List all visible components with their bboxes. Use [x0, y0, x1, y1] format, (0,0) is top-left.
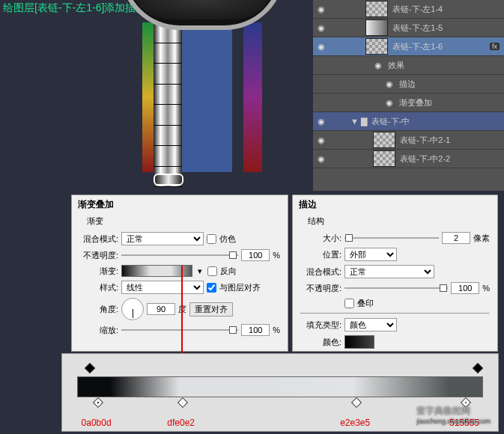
- pct-label: %: [273, 251, 280, 260]
- style-label: 样式:: [79, 282, 118, 293]
- visibility-icon[interactable]: ◉: [384, 97, 395, 108]
- layer-row[interactable]: ◉ 表链-下-中2-2: [313, 150, 504, 168]
- dialog-section-label: 结构: [293, 214, 497, 228]
- folder-icon: ▼ ▇: [350, 117, 367, 126]
- blend-mode-label: 混合模式:: [79, 233, 118, 245]
- layer-thumb: [373, 150, 395, 167]
- align-checkbox[interactable]: [207, 283, 216, 293]
- reverse-checkbox[interactable]: [207, 266, 217, 276]
- visibility-icon[interactable]: ◉: [373, 60, 383, 70]
- size-unit: 像素: [473, 233, 490, 244]
- visibility-icon[interactable]: ◉: [316, 135, 327, 145]
- effect-gradient-overlay[interactable]: ◉ 渐变叠加: [313, 94, 504, 112]
- overprint-label: 叠印: [357, 298, 374, 309]
- stroke-blend-select[interactable]: 正常: [344, 265, 434, 278]
- opacity-input[interactable]: [241, 249, 270, 261]
- layers-panel: ◉ 表链-下-左1-4 ◉ 表链-下-左1-5 ◉ 表链-下-左1-6 fx ◉…: [313, 0, 504, 191]
- effect-name: 渐变叠加: [399, 97, 432, 109]
- scale-input[interactable]: [241, 324, 270, 336]
- color-stop[interactable]: [352, 399, 361, 409]
- angle-dial[interactable]: [121, 298, 144, 320]
- canvas-preview: [97, 0, 307, 195]
- layer-row[interactable]: ◉ 表链-下-左1-5: [313, 19, 504, 37]
- size-slider[interactable]: [344, 237, 439, 239]
- opacity-stop[interactable]: [85, 364, 94, 375]
- visibility-icon[interactable]: ◉: [384, 79, 395, 89]
- annotation-arrow: [181, 266, 183, 363]
- effects-header[interactable]: ◉ 效果: [313, 56, 504, 75]
- dialog-section-label: 渐变: [72, 214, 288, 228]
- stroke-opacity-slider[interactable]: [344, 287, 448, 289]
- gradient-overlay-dialog: 渐变叠加 渐变 混合模式: 正常 仿色 不透明度: % 渐变: ▾ 反向 样式:…: [71, 195, 288, 352]
- layer-name: 表链-下-左1-5: [392, 22, 443, 34]
- layer-thumb: [365, 1, 388, 17]
- dialog-title: 描边: [293, 195, 497, 214]
- watermark: 查字典教程网 jiaocheng.chazidian.com: [416, 405, 491, 425]
- gradient-label: 渐变:: [79, 266, 118, 277]
- blend-mode-select[interactable]: 正常: [121, 232, 204, 245]
- stroke-opacity-input[interactable]: [451, 282, 479, 294]
- layer-thumb: [365, 38, 388, 55]
- color-swatch[interactable]: [344, 335, 374, 349]
- layer-thumb: [373, 132, 395, 148]
- clasp-highlight: [154, 174, 183, 186]
- style-select[interactable]: 线性: [121, 281, 204, 294]
- scale-label: 缩放:: [79, 325, 118, 336]
- pct-label: %: [273, 326, 280, 334]
- group-name: 表链-下-中: [371, 116, 410, 127]
- filltype-label: 填充类型:: [300, 320, 341, 331]
- layer-name: 表链-下-左1-4: [392, 4, 443, 15]
- size-label: 大小:: [300, 233, 341, 244]
- scale-slider[interactable]: [121, 329, 238, 331]
- layer-group[interactable]: ◉ ▼ ▇ 表链-下-中: [313, 112, 504, 131]
- effect-stroke[interactable]: ◉ 描边: [313, 75, 504, 94]
- color-stop[interactable]: [178, 399, 187, 409]
- position-select[interactable]: 外部: [344, 248, 397, 261]
- layer-row[interactable]: ◉ 表链-下-左1-4: [313, 0, 504, 19]
- angle-input[interactable]: [147, 303, 175, 315]
- visibility-icon[interactable]: ◉: [316, 4, 327, 14]
- visibility-icon[interactable]: ◉: [316, 41, 327, 52]
- visibility-icon[interactable]: ◉: [316, 153, 327, 164]
- opacity-slider[interactable]: [121, 254, 238, 256]
- reset-align-button[interactable]: 重置对齐: [189, 302, 233, 317]
- fx-badge[interactable]: fx: [490, 43, 500, 50]
- effect-name: 描边: [399, 79, 416, 90]
- gradient-dropdown[interactable]: ▾: [195, 266, 204, 276]
- dialog-title: 渐变叠加: [72, 195, 288, 214]
- color-label: 颜色:: [300, 337, 341, 348]
- pct-label: %: [482, 284, 490, 293]
- opacity-label: 不透明度:: [79, 250, 118, 261]
- layer-name: 表链-下-左1-6: [392, 41, 443, 52]
- dither-label: 仿色: [219, 233, 236, 245]
- layer-name: 表链-下-中2-1: [400, 135, 450, 146]
- stroke-blend-label: 混合模式:: [300, 266, 341, 278]
- angle-label: 角度:: [79, 304, 118, 315]
- stroke-dialog: 描边 结构 大小: 像素 位置: 外部 混合模式: 正常 不透明度: % 叠印: [292, 195, 498, 352]
- color-stop-label: e2e3e5: [340, 418, 370, 428]
- effects-label: 效果: [388, 60, 404, 71]
- opacity-stop[interactable]: [473, 364, 482, 375]
- layer-row-selected[interactable]: ◉ 表链-下-左1-6 fx: [313, 37, 504, 56]
- layer-row[interactable]: ◉ 表链-下-中2-1: [313, 131, 504, 150]
- color-stop-label: dfe0e2: [167, 418, 195, 428]
- filltype-select[interactable]: 颜色: [344, 318, 397, 331]
- overprint-checkbox[interactable]: [344, 299, 354, 308]
- dither-checkbox[interactable]: [207, 234, 216, 244]
- color-stop[interactable]: [94, 399, 103, 409]
- layer-thumb: [365, 19, 388, 36]
- align-label: 与图层对齐: [219, 282, 261, 293]
- color-stop-label: 0a0b0d: [82, 418, 112, 428]
- gradient-bar[interactable]: [77, 376, 483, 397]
- reverse-label: 反向: [220, 266, 237, 277]
- visibility-icon[interactable]: ◉: [316, 22, 327, 33]
- visibility-icon[interactable]: ◉: [316, 116, 327, 126]
- stroke-opacity-label: 不透明度:: [300, 283, 341, 294]
- layer-name: 表链-下-中2-2: [400, 153, 450, 165]
- position-label: 位置:: [300, 249, 341, 260]
- size-input[interactable]: [442, 232, 470, 244]
